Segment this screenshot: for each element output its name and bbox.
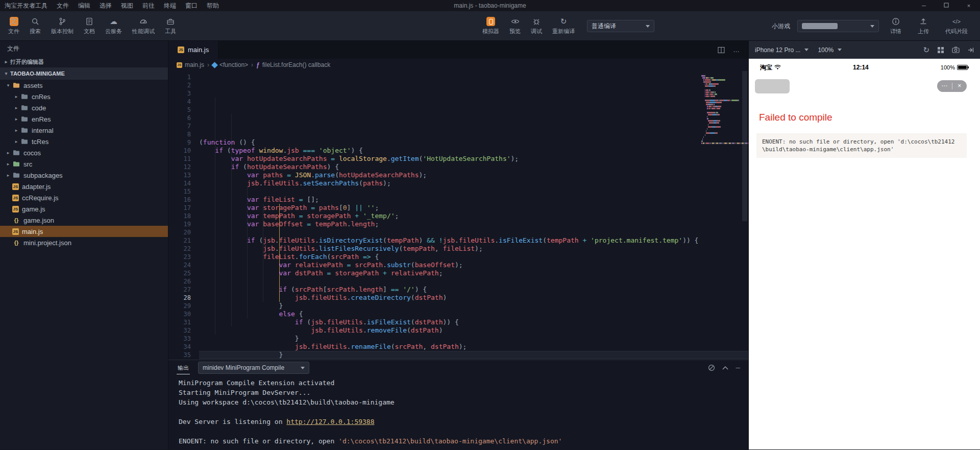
debug-button[interactable]: 调试 xyxy=(526,11,547,41)
apps-grid-icon[interactable] xyxy=(937,46,944,54)
code-line-3[interactable]: if (typeof window.jsb === 'object') { xyxy=(199,147,748,155)
close-icon[interactable]: × xyxy=(958,3,980,9)
refresh-icon[interactable]: ↻ xyxy=(923,45,929,55)
chevron-closed-icon[interactable]: ▸ xyxy=(12,116,20,122)
maximize-icon[interactable] xyxy=(935,3,958,9)
code-line-14[interactable]: if (jsb.fileUtils.isDirectoryExist(tempP… xyxy=(199,236,748,245)
editor-scrollbar[interactable] xyxy=(741,71,748,360)
chevron-closed-icon[interactable]: ▸ xyxy=(12,105,20,110)
clear-output-icon[interactable] xyxy=(708,364,715,371)
menu-item-7[interactable]: 窗口 xyxy=(181,2,202,10)
code-line-7[interactable]: jsb.fileUtils.setSearchPaths(paths); xyxy=(199,179,748,187)
chevron-open-icon[interactable]: ▾ xyxy=(4,83,12,88)
menu-item-2[interactable]: 编辑 xyxy=(74,2,95,10)
code-line-12[interactable]: var baseOffset = tempPath.length; xyxy=(199,220,748,228)
hide-panel-icon[interactable]: ─ xyxy=(736,364,740,371)
code-line-10[interactable]: var storagePath = paths[0] || ''; xyxy=(199,204,748,212)
menu-item-6[interactable]: 终端 xyxy=(159,2,181,10)
simulator-button[interactable]: 模拟器 xyxy=(477,11,504,41)
breadcrumb-function[interactable]: <function> xyxy=(212,61,248,68)
code-line-1[interactable] xyxy=(199,130,748,138)
cloud-services-button[interactable]: ☁ 云服务 xyxy=(100,11,127,41)
tree-item-enRes[interactable]: ▸enRes xyxy=(0,113,168,125)
menu-item-1[interactable]: 文件 xyxy=(52,2,74,10)
code-line-15[interactable]: jsb.fileUtils.listFilesRecursively(tempP… xyxy=(199,245,748,253)
code-line-28[interactable]: } xyxy=(199,351,748,359)
code-line-17[interactable]: var relativePath = srcPath.substr(baseOf… xyxy=(199,261,748,269)
code-line-16[interactable]: fileList.forEach(srcPath => { xyxy=(199,253,748,261)
chevron-closed-icon[interactable]: ▸ xyxy=(4,150,12,155)
tree-item-cnRes[interactable]: ▸cnRes xyxy=(0,91,168,102)
tree-item-code[interactable]: ▸code xyxy=(0,102,168,113)
code-line-4[interactable]: var hotUpdateSearchPaths = localStorage.… xyxy=(199,155,748,163)
chevron-closed-icon[interactable]: ▸ xyxy=(4,173,12,178)
tree-item-internal[interactable]: ▸internal xyxy=(0,125,168,136)
tree-item-game.json[interactable]: {}game.json xyxy=(0,215,168,226)
code-line-5[interactable]: if (hotUpdateSearchPaths) { xyxy=(199,163,748,171)
tools-button[interactable]: 工具 xyxy=(160,11,181,41)
open-editors-section[interactable]: ▸ 打开的编辑器 xyxy=(0,56,168,67)
code-line-9[interactable]: var fileList = []; xyxy=(199,196,748,204)
tree-item-cocos[interactable]: ▸cocos xyxy=(0,147,168,158)
preview-button[interactable]: 预览 xyxy=(504,11,526,41)
device-select[interactable]: iPhone 12 Pro ... xyxy=(755,46,808,54)
code-line-19[interactable] xyxy=(199,277,748,286)
code-line-13[interactable] xyxy=(199,228,748,236)
screenshot-icon[interactable] xyxy=(952,46,960,53)
code-line-25[interactable]: jsb.fileUtils.removeFile(dstPath) xyxy=(199,326,748,335)
tree-item-ccRequire.js[interactable]: JSccRequire.js xyxy=(0,192,168,203)
tab-output[interactable]: 输出 xyxy=(177,361,190,374)
output-channel-select[interactable]: minidev MiniProgram Compile xyxy=(198,362,309,374)
menu-item-4[interactable]: 视图 xyxy=(116,2,138,10)
code-line-23[interactable]: else { xyxy=(199,310,748,318)
breadcrumb-callback[interactable]: ƒ fileList.forEach() callback xyxy=(256,61,330,68)
scrollbar-thumb[interactable] xyxy=(742,71,747,221)
code-line-22[interactable]: } xyxy=(199,302,748,310)
upload-button[interactable]: 上传 xyxy=(913,11,934,41)
code-line-2[interactable]: (function () { xyxy=(199,138,748,147)
tree-item-src[interactable]: ▸src xyxy=(0,158,168,170)
capsule-close-icon[interactable]: × xyxy=(952,80,967,92)
capsule-more-icon[interactable]: ⋯ xyxy=(937,80,952,92)
chevron-closed-icon[interactable]: ▸ xyxy=(12,128,20,133)
tab-main-js[interactable]: JS main.js xyxy=(168,41,218,59)
devserver-link[interactable]: http://127.0.0.1:59388 xyxy=(286,418,374,425)
minimap[interactable] xyxy=(701,73,741,145)
chevron-closed-icon[interactable]: ▸ xyxy=(12,94,20,99)
code-editor[interactable]: 1234567891011121314151617181920212223242… xyxy=(168,71,748,360)
tree-item-mini.project.json[interactable]: {}mini.project.json xyxy=(0,237,168,248)
code-line-18[interactable]: var dstPath = storagePath + relativePath… xyxy=(199,269,748,277)
search-button[interactable]: 搜索 xyxy=(24,11,46,41)
split-editor-icon[interactable] xyxy=(718,46,725,54)
recompile-button[interactable]: ↻ 重新编译 xyxy=(547,11,580,41)
tree-item-adapter.js[interactable]: JSadapter.js xyxy=(0,181,168,192)
code-line-21[interactable]: jsb.fileUtils.createDirectory(dstPath) xyxy=(199,294,748,302)
code-scroll[interactable]: (function () { if (typeof window.jsb ===… xyxy=(199,71,748,360)
code-line-29[interactable]: }) xyxy=(199,359,748,360)
code-snippet-button[interactable]: </> 代码片段 xyxy=(940,11,973,41)
account-select[interactable] xyxy=(797,20,879,32)
more-actions-icon[interactable]: … xyxy=(733,46,740,54)
tree-item-tcRes[interactable]: ▸tcRes xyxy=(0,136,168,147)
tree-item-game.js[interactable]: JSgame.js xyxy=(0,203,168,215)
code-line-8[interactable] xyxy=(199,187,748,196)
code-line-26[interactable]: } xyxy=(199,335,748,343)
menu-item-3[interactable]: 选择 xyxy=(95,2,116,10)
tree-item-main.js[interactable]: JSmain.js xyxy=(0,226,168,237)
chevron-closed-icon[interactable]: ▸ xyxy=(4,161,12,167)
code-line-20[interactable]: if (srcPath[srcPath.length] == '/') { xyxy=(199,286,748,294)
maximize-panel-icon[interactable] xyxy=(722,366,728,370)
code-line-11[interactable]: var tempPath = storagePath + '_temp/'; xyxy=(199,212,748,220)
minimize-icon[interactable]: ─ xyxy=(913,3,935,9)
code-line-6[interactable]: var paths = JSON.parse(hotUpdateSearchPa… xyxy=(199,171,748,179)
menu-item-8[interactable]: 帮助 xyxy=(202,2,224,10)
compile-mode-select[interactable]: 普通编译 xyxy=(587,20,654,32)
chevron-closed-icon[interactable]: ▸ xyxy=(12,139,20,144)
tree-item-assets[interactable]: ▾assets xyxy=(0,80,168,91)
docs-button[interactable]: 文档 xyxy=(79,11,100,41)
menu-item-5[interactable]: 前往 xyxy=(138,2,159,10)
details-button[interactable]: 详情 xyxy=(885,11,906,41)
collapse-panel-icon[interactable] xyxy=(967,47,974,53)
source-control-button[interactable]: 版本控制 xyxy=(46,11,79,41)
zoom-select[interactable]: 100% xyxy=(818,46,842,54)
